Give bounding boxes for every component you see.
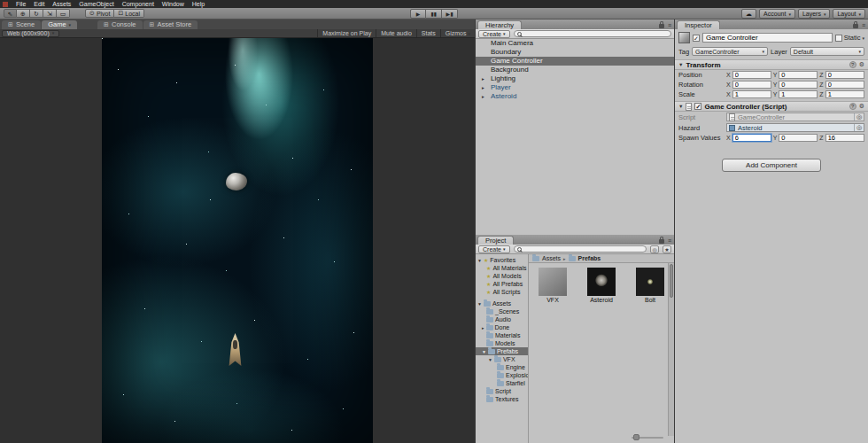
hand-tool-button[interactable]: ⇖ [4, 9, 17, 18]
panel-menu-icon[interactable]: ≡ [668, 237, 671, 244]
breadcrumb-current[interactable]: Prefabs [578, 255, 601, 261]
tree-explosions[interactable]: Explosio [476, 371, 528, 379]
help-icon[interactable]: ? [849, 61, 856, 68]
tab-scene[interactable]: ⊞ Scene [2, 20, 41, 29]
scale-z-field[interactable] [825, 90, 864, 98]
foldout-icon[interactable]: ▼ [477, 301, 482, 307]
pause-button[interactable]: ▮▮ [426, 9, 442, 19]
project-search[interactable] [514, 245, 647, 253]
scale-x-field[interactable] [732, 90, 771, 98]
hierarchy-item-lighting[interactable]: ▸Lighting [476, 74, 674, 83]
hazard-object-field[interactable]: Asteroid ◎ [726, 123, 864, 132]
scale-tool-button[interactable]: ⇲ [43, 9, 57, 18]
menu-window[interactable]: Window [162, 1, 184, 7]
tree-prefabs[interactable]: ▼Prefabs [476, 347, 528, 355]
hierarchy-item-boundary[interactable]: Boundary [476, 48, 674, 57]
object-picker-icon[interactable]: ◎ [854, 113, 862, 120]
cloud-services-button[interactable]: ☁ [741, 9, 756, 19]
tree-materials[interactable]: Materials [476, 331, 528, 339]
spawn-z-field[interactable] [825, 134, 864, 142]
tree-done[interactable]: ▸Done [476, 323, 528, 331]
foldout-icon[interactable]: ▼ [678, 62, 683, 67]
tree-all-materials[interactable]: ★All Materials [476, 264, 528, 272]
project-scrollbar[interactable] [668, 263, 674, 436]
rotate-tool-button[interactable]: ↻ [30, 9, 43, 18]
thumbnail-size-slider[interactable] [632, 434, 663, 440]
object-picker-icon[interactable]: ◎ [854, 124, 862, 131]
foldout-icon[interactable]: ▸ [482, 83, 484, 92]
tab-project[interactable]: Project [477, 236, 514, 245]
add-component-button[interactable]: Add Component [722, 159, 821, 172]
tag-dropdown[interactable]: GameController ▾ [692, 47, 768, 56]
gear-icon[interactable]: ⚙ [859, 61, 864, 68]
tab-hierarchy[interactable]: Hierarchy [477, 20, 522, 29]
static-checkbox[interactable] [835, 35, 842, 42]
panel-menu-icon[interactable]: ≡ [668, 22, 671, 28]
position-y-field[interactable] [779, 71, 818, 79]
spawn-y-field[interactable] [779, 134, 818, 142]
breadcrumb-root[interactable]: Assets [542, 255, 561, 261]
transform-component-header[interactable]: ▼ Transform ? ⚙ [675, 59, 868, 70]
menu-help[interactable]: Help [192, 1, 205, 7]
layout-dropdown[interactable]: Layout ▾ [833, 9, 865, 19]
help-icon[interactable]: ? [849, 103, 856, 110]
tree-textures[interactable]: Textures [476, 395, 528, 403]
hierarchy-item-main-camera[interactable]: Main Camera [476, 39, 674, 48]
play-button[interactable]: ▶ [410, 9, 426, 19]
foldout-icon[interactable]: ▸ [482, 325, 484, 330]
scrollbar-thumb[interactable] [670, 264, 673, 298]
stats-toggle[interactable]: Stats [416, 29, 440, 37]
asset-item-bolt[interactable]: Bolt [631, 268, 670, 303]
script-component-header[interactable]: ▼ ✓ Game Controller (Script) ? ⚙ [675, 101, 868, 112]
menu-assets[interactable]: Assets [52, 1, 71, 7]
move-tool-button[interactable]: ⊕ [17, 9, 30, 18]
pivot-toggle-button[interactable]: ⊙ Pivot [85, 9, 114, 18]
tree-script[interactable]: Script [476, 387, 528, 395]
rect-tool-button[interactable]: ▭ [57, 9, 70, 18]
gizmos-dropdown[interactable]: Gizmos ▾ [440, 29, 475, 37]
hierarchy-item-game-controller[interactable]: Game Controller [476, 57, 674, 66]
local-toggle-button[interactable]: ⊡ Local [114, 9, 144, 18]
menu-component[interactable]: Component [122, 1, 154, 7]
menu-edit[interactable]: Edit [34, 1, 44, 7]
tree-all-prefabs[interactable]: ★All Prefabs [476, 280, 528, 288]
project-create-button[interactable]: Create ▾ [478, 245, 510, 253]
hierarchy-item-background[interactable]: Background [476, 66, 674, 74]
position-z-field[interactable] [825, 71, 864, 79]
project-search-input[interactable] [526, 246, 622, 253]
scale-y-field[interactable] [779, 90, 818, 98]
foldout-icon[interactable]: ▸ [482, 74, 484, 83]
search-by-label-button[interactable]: ★ [663, 245, 671, 253]
rotation-z-field[interactable] [825, 81, 864, 89]
hierarchy-search-input[interactable] [526, 31, 642, 37]
maximize-on-play-toggle[interactable]: Maximize on Play [317, 29, 376, 37]
tab-game[interactable]: Game ▾ [42, 20, 77, 29]
tab-inspector[interactable]: Inspector [677, 20, 720, 29]
tree-audio[interactable]: Audio [476, 315, 528, 323]
rotation-x-field[interactable] [732, 81, 771, 89]
active-checkbox[interactable]: ✓ [693, 35, 700, 42]
aspect-ratio-dropdown[interactable]: Web (600x900) ▾ [2, 30, 59, 37]
tree-assets[interactable]: ▼Assets [476, 299, 528, 307]
layers-dropdown[interactable]: Layers ▾ [798, 9, 831, 19]
asset-item-vfx[interactable]: VFX [533, 268, 572, 303]
step-button[interactable]: ▶▮ [442, 9, 458, 19]
tree-engines[interactable]: Engine [476, 363, 528, 371]
slider-thumb[interactable] [633, 434, 639, 440]
tree-scenes[interactable]: _Scenes [476, 307, 528, 315]
tree-all-models[interactable]: ★All Models [476, 272, 528, 280]
script-reference-field[interactable]: GameController ◎ [726, 113, 864, 121]
component-enabled-checkbox[interactable]: ✓ [694, 103, 701, 110]
asset-item-asteroid[interactable]: Asteroid [582, 268, 621, 303]
lock-icon[interactable] [659, 239, 664, 244]
mute-audio-toggle[interactable]: Mute audio [376, 29, 416, 37]
tree-favorites[interactable]: ▼★Favorites [476, 256, 528, 264]
search-by-type-button[interactable]: ◎ [650, 245, 659, 253]
gear-icon[interactable]: ⚙ [859, 103, 864, 110]
gameobject-name-field[interactable] [702, 33, 833, 43]
tab-console[interactable]: ⊞ Console [97, 20, 142, 29]
rotation-y-field[interactable] [779, 81, 818, 89]
account-dropdown[interactable]: Account ▾ [759, 9, 795, 19]
foldout-icon[interactable]: ▼ [477, 258, 482, 263]
layer-dropdown[interactable]: Default ▾ [790, 47, 864, 56]
